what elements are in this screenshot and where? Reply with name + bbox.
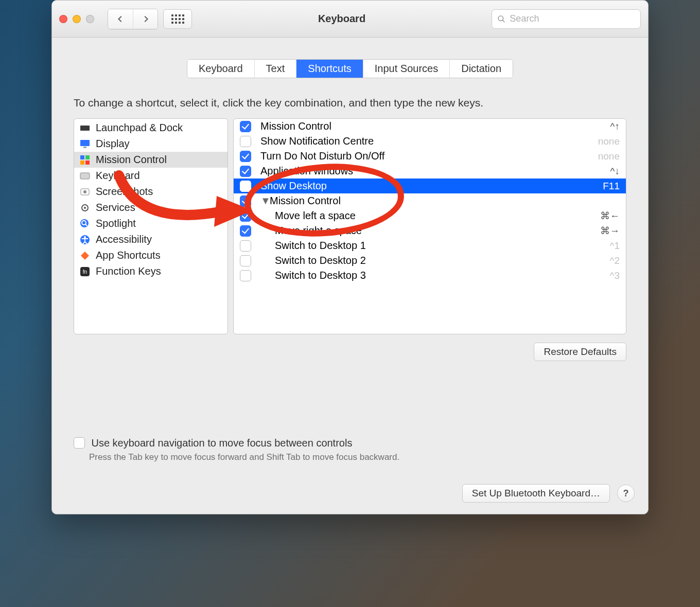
search-field[interactable]: [492, 9, 641, 29]
category-label: Screenshots: [96, 186, 153, 198]
category-label: Services: [96, 202, 135, 213]
shortcut-key[interactable]: ^1: [610, 240, 620, 252]
checkbox[interactable]: [240, 255, 251, 266]
checkbox[interactable]: [240, 210, 251, 222]
checkbox[interactable]: [240, 121, 251, 132]
svg-point-13: [84, 207, 86, 209]
chevron-left-icon: [117, 15, 124, 23]
checkbox[interactable]: [240, 240, 251, 252]
shortcut-key[interactable]: ^↑: [610, 121, 620, 132]
category-list[interactable]: Launchpad & Dock Display Mission Control…: [74, 118, 228, 334]
category-services[interactable]: Services: [74, 200, 227, 216]
shortcut-row[interactable]: Move left a space ⌘←: [234, 208, 626, 223]
shortcut-label: Move left a space: [260, 210, 600, 222]
minimize-window-button[interactable]: [73, 15, 81, 23]
shortcut-row[interactable]: Application windows ^↓: [234, 164, 626, 178]
shortcut-key[interactable]: none: [598, 151, 620, 162]
close-window-button[interactable]: [59, 15, 67, 23]
category-keyboard[interactable]: Keyboard: [74, 168, 227, 184]
checkbox[interactable]: [240, 151, 251, 162]
shortcut-list[interactable]: Mission Control ^↑ Show Notification Cen…: [233, 118, 626, 334]
shortcut-label: Show Desktop: [260, 180, 603, 192]
shortcut-group-row[interactable]: ▼ Mission Control: [234, 193, 626, 208]
chevron-right-icon: [142, 15, 149, 23]
shortcut-label: Mission Control: [260, 120, 610, 132]
shortcut-label: Turn Do Not Disturb On/Off: [260, 150, 598, 162]
help-button[interactable]: ?: [617, 485, 635, 502]
svg-point-0: [498, 15, 503, 21]
category-display[interactable]: Display: [74, 136, 227, 152]
disclosure-triangle-icon[interactable]: ▼: [260, 195, 268, 207]
fn-icon: fn: [79, 266, 91, 277]
shortcut-label: Show Notification Centre: [260, 135, 598, 147]
back-button[interactable]: [108, 9, 133, 29]
shortcut-label: Switch to Desktop 1: [260, 240, 610, 252]
restore-defaults-button[interactable]: Restore Defaults: [534, 343, 626, 361]
mission-control-icon: [79, 154, 91, 166]
shortcut-row[interactable]: Switch to Desktop 3 ^3: [234, 268, 626, 283]
category-app-shortcuts[interactable]: App Shortcuts: [74, 247, 227, 263]
category-label: Spotlight: [96, 218, 136, 229]
checkbox[interactable]: [240, 225, 251, 237]
window-title: Keyboard: [197, 13, 486, 25]
checkbox[interactable]: [240, 181, 251, 192]
window-controls: [59, 15, 94, 23]
shortcut-key[interactable]: ^2: [610, 255, 620, 266]
svg-rect-7: [80, 160, 84, 165]
tab-text[interactable]: Text: [254, 60, 296, 78]
category-screenshots[interactable]: Screenshots: [74, 184, 227, 200]
category-mission-control[interactable]: Mission Control: [74, 152, 227, 168]
svg-rect-5: [80, 155, 84, 159]
shortcut-key[interactable]: none: [598, 136, 620, 147]
shortcut-row-selected[interactable]: Show Desktop F11: [234, 178, 626, 193]
keyboard-nav-label: Use keyboard navigation to move focus be…: [91, 437, 352, 449]
shortcut-row[interactable]: Turn Do Not Disturb On/Off none: [234, 149, 626, 164]
shortcut-key[interactable]: F11: [603, 181, 620, 192]
svg-point-11: [83, 190, 86, 193]
tab-shortcuts[interactable]: Shortcuts: [296, 60, 362, 78]
category-launchpad-dock[interactable]: Launchpad & Dock: [74, 120, 227, 136]
category-accessibility[interactable]: Accessibility: [74, 231, 227, 247]
shortcut-key[interactable]: ^3: [610, 270, 620, 281]
show-all-button[interactable]: [163, 9, 192, 29]
footer: Use keyboard navigation to move focus be…: [74, 437, 626, 462]
shortcut-row[interactable]: Move right a space ⌘→: [234, 223, 626, 238]
checkbox[interactable]: [240, 166, 251, 177]
checkbox[interactable]: [240, 270, 251, 281]
shortcut-key[interactable]: ^↓: [610, 166, 620, 177]
category-label: Keyboard: [96, 170, 140, 182]
svg-rect-4: [83, 147, 86, 148]
svg-point-18: [84, 236, 86, 238]
tab-dictation[interactable]: Dictation: [449, 60, 513, 78]
checkbox[interactable]: [240, 195, 251, 207]
category-label: Mission Control: [96, 154, 167, 166]
shortcut-label: Move right a space: [260, 225, 600, 237]
shortcut-row[interactable]: Show Notification Centre none: [234, 134, 626, 149]
search-icon: [79, 218, 91, 229]
bottom-bar: Set Up Bluetooth Keyboard… ?: [462, 484, 635, 503]
search-icon: [497, 14, 505, 24]
shortcut-row[interactable]: Mission Control ^↑: [234, 119, 626, 134]
zoom-window-button[interactable]: [86, 15, 94, 23]
content-area: To change a shortcut, select it, click t…: [74, 97, 626, 361]
svg-line-1: [502, 20, 504, 22]
shortcut-row[interactable]: Switch to Desktop 2 ^2: [234, 253, 626, 268]
search-input[interactable]: [510, 13, 635, 24]
shortcut-key[interactable]: ⌘←: [600, 210, 620, 222]
grid-icon: [171, 14, 184, 24]
shortcut-key[interactable]: ⌘→: [600, 225, 620, 237]
setup-bluetooth-keyboard-button[interactable]: Set Up Bluetooth Keyboard…: [462, 484, 610, 503]
keyboard-nav-row[interactable]: Use keyboard navigation to move focus be…: [74, 437, 626, 449]
category-label: Display: [96, 138, 130, 150]
svg-rect-9: [80, 173, 90, 179]
tab-input-sources[interactable]: Input Sources: [363, 60, 449, 78]
category-function-keys[interactable]: fn Function Keys: [74, 263, 227, 279]
category-label: Accessibility: [96, 234, 152, 245]
forward-button[interactable]: [133, 9, 157, 29]
category-spotlight[interactable]: Spotlight: [74, 216, 227, 231]
checkbox[interactable]: [240, 136, 251, 147]
keyboard-nav-checkbox[interactable]: [74, 437, 85, 449]
nav-back-forward: [108, 9, 158, 29]
tab-keyboard[interactable]: Keyboard: [187, 60, 254, 78]
shortcut-row[interactable]: Switch to Desktop 1 ^1: [234, 238, 626, 253]
